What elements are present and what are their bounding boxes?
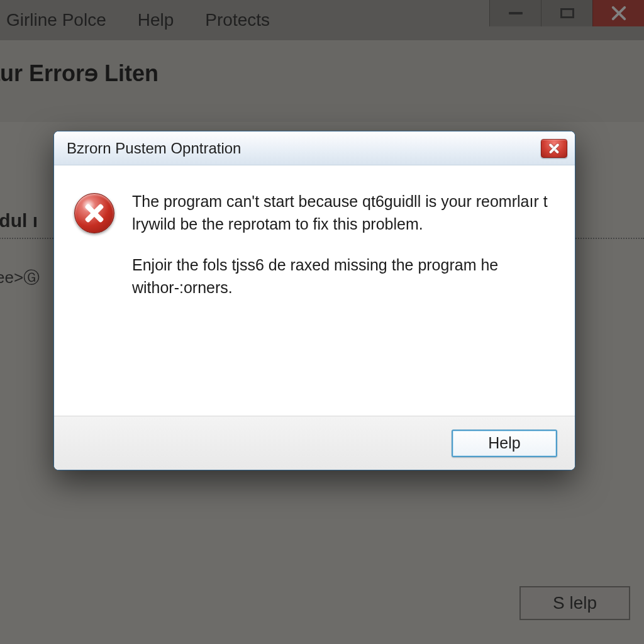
dialog-footer: Help [54,416,575,470]
dialog-help-button[interactable]: Help [452,430,557,457]
dialog-message: The program can't start because qt6guidl… [132,191,550,318]
dialog-title: Bzrorn Pustem Opntration [67,140,541,157]
dialog-body: The program can't start because qt6guidl… [54,165,575,416]
dialog-message-p1: The program can't start because qt6guidl… [132,191,550,235]
close-icon [548,143,560,154]
dialog-message-p2: Enjoir the fols tjss6 de raxed missing t… [132,254,550,299]
error-dialog: Bzrorn Pustem Opntration The program can… [53,131,575,470]
error-icon [74,193,114,233]
dialog-titlebar[interactable]: Bzrorn Pustem Opntration [54,131,575,165]
dialog-close-button[interactable] [541,139,567,158]
